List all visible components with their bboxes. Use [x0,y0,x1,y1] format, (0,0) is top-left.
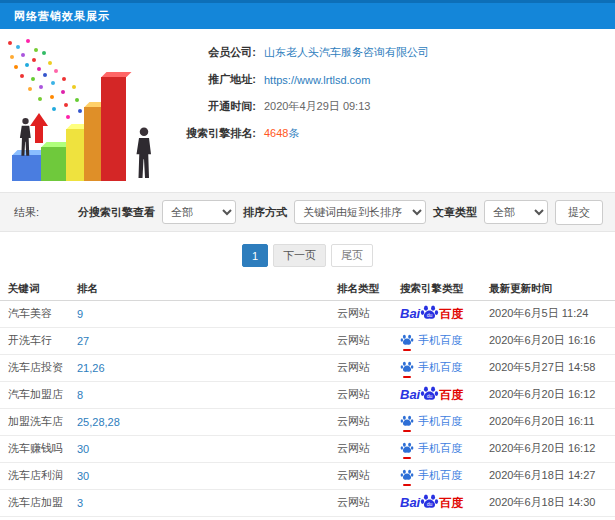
col-update-time: 最新更新时间 [489,279,615,300]
rank-cell[interactable]: 21,26 [77,354,337,381]
col-keyword: 关键词 [0,279,77,300]
confetti-dots [8,41,12,45]
rank-type-cell: 云网站 [337,489,400,516]
rank-cell[interactable]: 30 [77,435,337,462]
chart-bar-red [101,77,126,181]
member-company-label: 会员公司: [180,45,256,60]
submit-button[interactable]: 提交 [555,200,603,225]
table-header-row: 关键词 排名 排名类型 搜索引擎类型 最新更新时间 [0,279,615,300]
engine-cell: Baidu百度 手机百度 [400,354,489,381]
open-time-label: 开通时间: [180,99,256,114]
info-fields: 会员公司: 山东老人头汽车服务咨询有限公司 推广地址: https://www.… [180,29,429,192]
engine-cell: Baidu百度 手机百度 [400,489,489,516]
update-time-cell: 2020年6月20日 16:16 [489,327,615,354]
table-row: 汽车加盟店 8 云网站 Baidu百度 手机百度 2020年6月20日 16:1… [0,381,615,408]
mobile-baidu-paw-icon [400,468,414,484]
keyword-cell: 加盟洗车店 [0,408,77,435]
info-section: 会员公司: 山东老人头汽车服务咨询有限公司 推广地址: https://www.… [0,29,615,192]
engine-rank-row: 搜索引擎排名: 4648条 [180,120,429,147]
mobile-baidu-logo: 手机百度 [400,414,462,430]
rank-cell[interactable]: 3 [77,489,337,516]
member-company-row: 会员公司: 山东老人头汽车服务咨询有限公司 [180,39,429,66]
last-page-button[interactable]: 尾页 [331,244,373,267]
baidu-logo: Baidu百度 [400,384,463,405]
member-company-link[interactable]: 山东老人头汽车服务咨询有限公司 [264,45,429,60]
rank-type-cell: 云网站 [337,381,400,408]
mobile-baidu-paw-icon [400,360,414,376]
update-time-cell: 2020年6月18日 14:30 [489,489,615,516]
baidu-logo: Baidu百度 [400,303,463,324]
bar-chart-illustration [0,33,180,191]
rank-cell[interactable]: 30 [77,462,337,489]
article-type-select[interactable]: 全部 [484,200,548,224]
rank-cell[interactable]: 27 [77,327,337,354]
keyword-cell: 洗车店加盟 [0,489,77,516]
engine-cell: Baidu百度 手机百度 [400,300,489,327]
update-time-cell: 2020年6月18日 14:27 [489,462,615,489]
svg-text:du: du [427,312,433,318]
mobile-baidu-logo: 手机百度 [400,468,462,484]
rank-count: 4648 [264,127,288,139]
article-type-label: 文章类型 [433,205,477,220]
mobile-baidu-logo: 手机百度 [400,360,462,376]
col-rank-type: 排名类型 [337,279,400,300]
baidu-paw-icon: du [420,384,439,405]
rank-cell[interactable]: 8 [77,381,337,408]
keyword-cell: 开洗车行 [0,327,77,354]
keyword-cell: 汽车美容 [0,300,77,327]
keyword-cell: 洗车赚钱吗 [0,435,77,462]
mobile-baidu-paw-icon [400,441,414,457]
baidu-logo: Baidu百度 [400,492,463,513]
engine-select[interactable]: 全部 [162,200,236,224]
engine-cell: Baidu百度 手机百度 [400,408,489,435]
mobile-baidu-paw-icon [400,333,414,349]
table-row: 开洗车行 27 云网站 Baidu百度 手机百度 2020年6月20日 16:1… [0,327,615,354]
col-engine-type: 搜索引擎类型 [400,279,489,300]
rank-type-cell: 云网站 [337,354,400,381]
engine-cell: Baidu百度 手机百度 [400,327,489,354]
keyword-cell: 洗车店投资 [0,354,77,381]
results-table: 关键词 排名 排名类型 搜索引擎类型 最新更新时间 汽车美容 9 云网站 Bai… [0,279,615,517]
update-time-cell: 2020年5月27日 14:58 [489,354,615,381]
open-time-value: 2020年4月29日 09:13 [264,99,370,114]
update-time-cell: 2020年6月20日 16:12 [489,381,615,408]
engine-cell: Baidu百度 手机百度 [400,381,489,408]
chart-bar-green [41,147,67,181]
keyword-cell: 汽车加盟店 [0,381,77,408]
update-time-cell: 2020年6月20日 16:11 [489,408,615,435]
businessman-figure-left [18,117,33,157]
sort-filter-label: 排序方式 [243,205,287,220]
open-time-row: 开通时间: 2020年4月29日 09:13 [180,93,429,120]
mobile-baidu-paw-icon [400,414,414,430]
table-row: 汽车美容 9 云网站 Baidu百度 手机百度 2020年6月5日 11:24 [0,300,615,327]
engine-cell: Baidu百度 手机百度 [400,435,489,462]
next-page-button[interactable]: 下一页 [273,244,326,267]
sort-select[interactable]: 关键词由短到长排序 [294,200,426,224]
engine-filter-label: 分搜索引擎查看 [78,205,155,220]
table-row: 洗车店利润 30 云网站 Baidu百度 手机百度 2020年6月18日 14:… [0,462,615,489]
rank-type-cell: 云网站 [337,435,400,462]
rank-cell[interactable]: 9 [77,300,337,327]
page-1-button[interactable]: 1 [242,244,268,267]
rank-type-cell: 云网站 [337,462,400,489]
promo-url-link[interactable]: https://www.lrtlsd.com [264,74,370,86]
engine-rank-label: 搜索引擎排名: [180,126,256,141]
svg-text:du: du [427,393,433,399]
pagination: 1 下一页 尾页 [0,232,615,279]
mobile-baidu-logo: 手机百度 [400,441,462,457]
col-rank: 排名 [77,279,337,300]
rank-cell[interactable]: 25,28,28 [77,408,337,435]
engine-cell: Baidu百度 手机百度 [400,462,489,489]
table-row: 洗车赚钱吗 30 云网站 Baidu百度 手机百度 2020年6月20日 16:… [0,435,615,462]
page-title: 网络营销效果展示 [14,9,110,24]
filter-controls: 分搜索引擎查看 全部 排序方式 关键词由短到长排序 文章类型 全部 提交 [78,200,603,225]
engine-rank-value: 4648条 [264,126,299,141]
svg-text:du: du [427,501,433,507]
keyword-cell: 洗车店利润 [0,462,77,489]
table-row: 洗车店投资 21,26 云网站 Baidu百度 手机百度 2020年5月27日 … [0,354,615,381]
baidu-paw-icon: du [420,303,439,324]
rank-type-cell: 云网站 [337,408,400,435]
result-label: 结果: [14,205,39,220]
update-time-cell: 2020年6月20日 16:12 [489,435,615,462]
rank-type-cell: 云网站 [337,300,400,327]
